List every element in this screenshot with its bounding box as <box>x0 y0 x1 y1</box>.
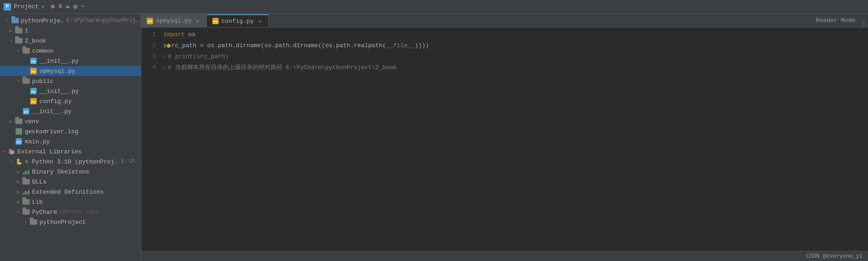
sync-icon[interactable]: ⇌ <box>66 3 69 11</box>
folder-1-item[interactable]: ▶ 1 <box>0 26 141 36</box>
token-comment-4: # 当前脚本所在目录的上级目录的绝对路径 E:\PyCharm\pythonPr… <box>168 62 397 73</box>
python-sdk-icon: 🐍 <box>15 158 23 165</box>
pycharm-icon <box>22 208 30 216</box>
pycharm-sublabel: library root <box>59 209 99 215</box>
title-bar: P Project ▾ ⊕ ≡ ⇌ ⚙ − <box>0 0 868 14</box>
settings-icon[interactable]: ⚙ <box>73 3 77 11</box>
code-line-2: src_path = os.path.dirname(os.path.dirna… <box>163 40 864 51</box>
file-main-item[interactable]: py main.py <box>0 136 141 147</box>
opmysql-tab-close[interactable]: ✕ <box>194 18 201 24</box>
python-project-arrow: ▾ <box>22 219 29 225</box>
external-libs-arrow: ▾ <box>0 149 7 154</box>
file-gecko-label: geckodriver.log <box>25 128 78 135</box>
config-tab-close[interactable]: ✕ <box>256 18 263 24</box>
folder-public-icon <box>22 77 30 85</box>
file-main-icon: py <box>15 138 23 145</box>
file-init3-icon: py <box>22 108 30 115</box>
external-libs-label: External Libraries <box>17 148 82 155</box>
folder-1-arrow: ▶ <box>7 28 15 33</box>
python-sdk-arrow: ▾ <box>7 159 15 164</box>
navigate-icon[interactable]: ⊕ <box>51 3 55 11</box>
line-numbers: 1 2 3 4 <box>141 29 160 251</box>
dlls-item[interactable]: ▶ DLLs <box>0 177 141 187</box>
token-s: s <box>163 40 167 51</box>
python-sdk-path: E:\PyCh <box>121 158 141 165</box>
reader-mode-button[interactable]: Reader Mode <box>810 14 861 27</box>
more-tabs-icon[interactable]: ⋮ <box>861 19 868 27</box>
folder-public-item[interactable]: ▾ public <box>0 76 141 86</box>
file-opmysql-item[interactable]: py opmysql.py <box>0 66 141 76</box>
project-title: Project <box>14 3 39 10</box>
extended-defs-arrow: ▶ <box>15 189 22 195</box>
code-content[interactable]: import os src_path = os.path.dirname(os.… <box>160 29 868 251</box>
python-project-label: pythonProject <box>39 219 86 226</box>
minimize-icon[interactable]: − <box>81 3 84 11</box>
sidebar-content[interactable]: ▾ pythonProject E:\PyCharm\pythonProject… <box>0 14 141 261</box>
config-tab-label: config.py <box>221 18 254 25</box>
binary-skeletons-label: Binary Skeletons <box>32 169 89 175</box>
title-bar-left: P Project ▾ ⊕ ≡ ⇌ ⚙ − <box>4 3 85 11</box>
folder-common-arrow: ▾ <box>15 48 22 54</box>
list-icon[interactable]: ≡ <box>58 3 62 11</box>
opmysql-tab-icon: py <box>147 18 153 24</box>
binary-skeletons-arrow: ▶ <box>15 169 22 174</box>
status-bar: CSDN @everyone_yi <box>141 251 868 261</box>
file-gecko-icon <box>15 128 23 135</box>
breakpoint-dot <box>167 44 171 48</box>
status-text: CSDN @everyone_yi <box>807 253 862 260</box>
fold-icon-3[interactable]: ◻ <box>163 51 166 62</box>
lib-label: Lib <box>32 199 43 206</box>
file-init1-label: __init__.py <box>39 58 79 65</box>
code-editor[interactable]: 1 2 3 4 import os src_path = os.path.dir… <box>141 27 868 251</box>
token-comment-3: # print(src_path) <box>168 51 229 62</box>
python-project-icon <box>29 218 38 226</box>
dlls-label: DLLs <box>32 179 46 185</box>
file-init1-item[interactable]: py __init__.py <box>0 56 141 66</box>
folder-venv-item[interactable]: ▶ venv <box>0 116 141 126</box>
tab-opmysql[interactable]: py opmysql.py ✕ <box>141 14 207 27</box>
project-dropdown[interactable]: ▾ <box>42 4 44 10</box>
binary-skeletons-item[interactable]: ▶ Binary Skeletons <box>0 167 141 177</box>
file-init2-icon: py <box>29 87 38 95</box>
project-root-item[interactable]: ▾ pythonProject E:\PyCharm\pythonProject <box>0 16 141 26</box>
pycharm-item[interactable]: ▾ PyCharm library root <box>0 207 141 217</box>
dlls-icon <box>22 178 30 185</box>
python-project-item[interactable]: ▾ pythonProject <box>0 217 141 227</box>
line-num-1: 1 <box>145 29 156 40</box>
line-num-4: 4 <box>145 62 156 73</box>
file-opmysql-label: opmysql.py <box>39 68 75 75</box>
file-init3-item[interactable]: py __init__.py <box>0 106 141 116</box>
code-line-1: import os <box>163 29 864 40</box>
file-init1-icon: py <box>29 57 38 65</box>
lib-item[interactable]: ▶ Lib <box>0 197 141 207</box>
external-libs-header[interactable]: ▾ 📚 External Libraries <box>0 147 141 157</box>
file-gecko-item[interactable]: geckodriver.log <box>0 126 141 136</box>
python-sdk-item[interactable]: ▾ 🐍 < Python 3.10 (pythonProject) > E:\P… <box>0 157 141 167</box>
title-icons: ⊕ ≡ ⇌ ⚙ − <box>51 3 85 11</box>
pycharm-arrow: ▾ <box>15 209 22 215</box>
token-close-parens: )))) <box>415 40 429 51</box>
folder-venv-arrow: ▶ <box>7 119 15 124</box>
folder-2book-item[interactable]: ▾ 2_book <box>0 36 141 46</box>
extended-defs-item[interactable]: ▶ Extended Definitions <box>0 187 141 197</box>
folder-common-icon <box>22 47 30 54</box>
folder-common-item[interactable]: ▾ common <box>0 46 141 56</box>
external-libs-icon: 📚 <box>7 148 16 155</box>
tab-config[interactable]: py config.py ✕ <box>207 14 269 27</box>
project-folder-icon <box>11 17 19 24</box>
fold-icon-4[interactable]: ◻ <box>163 62 166 73</box>
file-config-icon: py <box>29 98 38 105</box>
sidebar: ▾ pythonProject E:\PyCharm\pythonProject… <box>0 14 141 261</box>
token-rc-path: rc_path = os.path.dirname(os.path.dirnam… <box>171 40 386 51</box>
file-init2-item[interactable]: py __init__.py <box>0 86 141 96</box>
file-init3-label: __init__.py <box>32 108 72 115</box>
token-file: __file__ <box>386 40 415 51</box>
tab-bar: py opmysql.py ✕ py config.py ✕ Reader Mo… <box>141 14 868 27</box>
file-config-item[interactable]: py config.py <box>0 96 141 106</box>
project-root-path: E:\PyCharm\pythonProject <box>66 17 141 24</box>
code-line-4: ◻ # 当前脚本所在目录的上级目录的绝对路径 E:\PyCharm\python… <box>163 62 864 73</box>
python-sdk-label: < Python 3.10 (pythonProject) > <box>25 158 119 165</box>
folder-2book-icon <box>15 37 23 44</box>
file-main-label: main.py <box>25 138 50 145</box>
project-root-arrow: ▾ <box>4 18 11 23</box>
